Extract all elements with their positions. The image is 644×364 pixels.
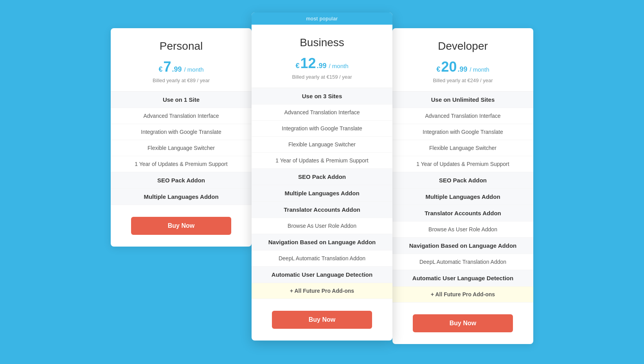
plan-price-business: € 12 .99 / month [259, 55, 385, 72]
plan-features-developer: Use on Unlimited SitesAdvanced Translati… [392, 92, 533, 303]
price-main: 7 [163, 59, 171, 75]
price-period: / month [184, 66, 204, 73]
plan-card-business: most popular Business € 12 .99 / month B… [252, 13, 392, 341]
buy-button-business[interactable]: Buy Now [272, 311, 372, 329]
feature-item: Navigation Based on Language Addon [252, 234, 392, 250]
price-decimal: .99 [172, 65, 182, 74]
feature-item: Multiple Languages Addon [111, 189, 252, 205]
price-main: 12 [300, 55, 316, 72]
feature-item: 1 Year of Updates & Premium Support [392, 156, 533, 172]
feature-item: Advanced Translation Interface [252, 105, 392, 121]
plan-card-personal: Personal € 7 .99 / month Billed yearly a… [111, 28, 252, 247]
feature-item: DeepL Automatic Translation Addon [252, 250, 392, 267]
price-currency: € [158, 65, 162, 74]
feature-item: Navigation Based on Language Addon [392, 238, 533, 254]
plan-features-personal: Use on 1 SiteAdvanced Translation Interf… [111, 92, 252, 205]
feature-item: Browse As User Role Addon [392, 222, 533, 238]
plan-footer-developer: Buy Now [392, 303, 533, 344]
price-main: 20 [441, 59, 457, 75]
feature-item: Flexible Language Switcher [392, 140, 533, 156]
feature-item: SEO Pack Addon [111, 172, 252, 189]
price-decimal: .99 [317, 62, 327, 70]
feature-item: Translator Accounts Addon [252, 202, 392, 218]
feature-item: Integration with Google Translate [252, 121, 392, 137]
feature-item: SEO Pack Addon [252, 169, 392, 185]
pricing-container: Personal € 7 .99 / month Billed yearly a… [87, 20, 557, 344]
price-billed: Billed yearly at €89 / year [119, 77, 244, 83]
feature-item: Multiple Languages Addon [392, 189, 533, 205]
plan-header-personal: Personal € 7 .99 / month Billed yearly a… [111, 28, 252, 92]
price-period: / month [329, 63, 349, 69]
price-currency: € [295, 62, 299, 70]
feature-item: SEO Pack Addon [392, 172, 533, 189]
feature-item: Automatic User Language Detection [392, 270, 533, 287]
feature-item: Multiple Languages Addon [252, 185, 392, 202]
feature-item: Advanced Translation Interface [392, 108, 533, 124]
feature-item: + All Future Pro Add-ons [392, 287, 533, 303]
buy-button-personal[interactable]: Buy Now [131, 217, 231, 235]
plan-name-developer: Developer [400, 40, 525, 52]
feature-item: Flexible Language Switcher [111, 140, 252, 156]
feature-item: Use on 1 Site [111, 92, 252, 108]
most-popular-banner: most popular [252, 13, 392, 25]
buy-button-developer[interactable]: Buy Now [413, 314, 513, 332]
feature-item: Flexible Language Switcher [252, 137, 392, 153]
plan-header-business: Business € 12 .99 / month Billed yearly … [252, 25, 392, 88]
feature-item: Translator Accounts Addon [392, 205, 533, 222]
plan-price-developer: € 20 .99 / month [400, 59, 525, 75]
feature-item: DeepL Automatic Translation Addon [392, 254, 533, 270]
plan-header-developer: Developer € 20 .99 / month Billed yearly… [392, 28, 533, 92]
plan-footer-personal: Buy Now [111, 205, 252, 247]
price-currency: € [436, 65, 440, 74]
feature-item: 1 Year of Updates & Premium Support [111, 156, 252, 172]
plan-price-personal: € 7 .99 / month [119, 59, 244, 75]
plan-name-personal: Personal [119, 40, 244, 52]
price-billed: Billed yearly at €159 / year [259, 74, 385, 80]
feature-item: Integration with Google Translate [392, 124, 533, 140]
price-billed: Billed yearly at €249 / year [400, 77, 525, 83]
feature-item: + All Future Pro Add-ons [252, 283, 392, 299]
plan-name-business: Business [259, 36, 385, 49]
plan-footer-business: Buy Now [252, 299, 392, 341]
feature-item: Integration with Google Translate [111, 124, 252, 140]
feature-item: Use on 3 Sites [252, 88, 392, 105]
feature-item: Use on Unlimited Sites [392, 92, 533, 108]
plan-card-developer: Developer € 20 .99 / month Billed yearly… [392, 28, 533, 344]
feature-item: 1 Year of Updates & Premium Support [252, 153, 392, 169]
feature-item: Automatic User Language Detection [252, 267, 392, 283]
price-period: / month [470, 66, 489, 73]
feature-item: Advanced Translation Interface [111, 108, 252, 124]
price-decimal: .99 [458, 65, 468, 74]
feature-item: Browse As User Role Addon [252, 218, 392, 234]
plan-features-business: Use on 3 SitesAdvanced Translation Inter… [252, 88, 392, 299]
